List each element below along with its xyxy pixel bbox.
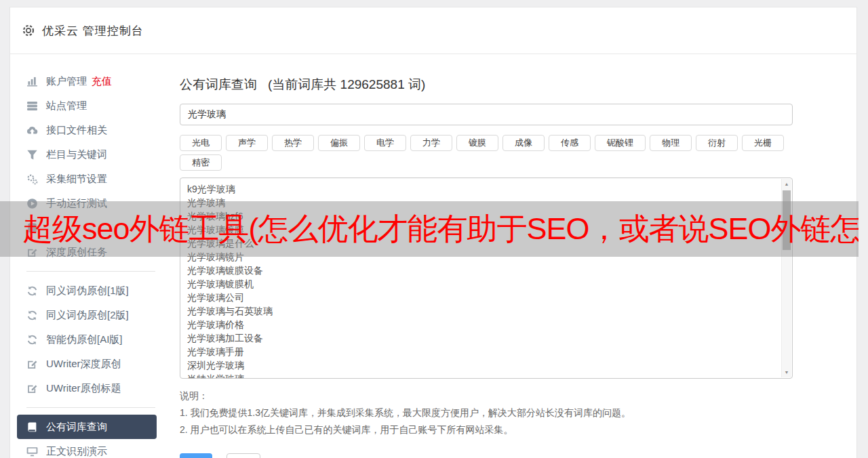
result-item[interactable]: 光学玻璃镀膜机 (187, 277, 778, 291)
result-item[interactable]: 光学玻璃加工设备 (187, 331, 778, 345)
notes-title: 说明： (180, 388, 793, 404)
result-item[interactable]: 肖特光学玻璃 (187, 372, 778, 379)
sidebar-item-label: 采集细节设置 (46, 173, 107, 186)
result-item[interactable]: 光学玻璃镀膜 (187, 223, 778, 236)
sidebar-item-同义词伪原创-1版-[interactable]: 同义词伪原创[1版] (10, 278, 170, 303)
refresh-icon (26, 334, 39, 346)
notes-section: 说明： 1. 我们免费提供1.3亿关键词库，并集成到采集系统，最大限度方便用户，… (180, 388, 793, 438)
edit-icon (26, 383, 39, 394)
sidebar-item-label: 正文识别演示 (46, 445, 107, 458)
sidebar-item-label: 账户管理 (46, 75, 87, 88)
sidebar-item-label: 深度原创任务 (46, 246, 107, 259)
sidebar-item-站点管理[interactable]: 站点管理 (10, 93, 170, 118)
tag-button-精密[interactable]: 精密 (180, 154, 222, 171)
sidebar-item-深度原创任务[interactable]: 深度原创任务 (10, 240, 170, 264)
page-title: 公有词库查询 (180, 77, 257, 91)
sidebar-item-label: 栏目与关键词 (46, 148, 107, 161)
sidebar-item-账户管理[interactable]: 账户管理充值 (10, 69, 170, 93)
sidebar-item-栏目与关键词[interactable]: 栏目与关键词 (10, 142, 170, 167)
sidebar-item-label: UWriter深度原创 (46, 358, 121, 371)
sidebar-item-label: 站点管理 (46, 100, 87, 112)
recharge-badge[interactable]: 充值 (92, 75, 112, 88)
clear-button[interactable]: 清空 (226, 453, 260, 458)
sidebar-item-label: 公有词库查询 (46, 421, 107, 434)
edit-icon (26, 247, 39, 258)
sidebar-item-手动运行测试[interactable]: 手动运行测试 (10, 191, 170, 215)
query-button[interactable]: 查询 (180, 453, 212, 458)
sidebar-item-label: 智能伪原创[AI版] (46, 333, 123, 346)
tag-button-声学[interactable]: 声学 (226, 135, 268, 151)
sidebar-item-公有词库查询[interactable]: 公有词库查询 (17, 415, 157, 439)
play-icon (26, 198, 39, 209)
tag-button-物理[interactable]: 物理 (650, 135, 692, 151)
result-item[interactable]: 光学玻璃公司 (187, 291, 778, 304)
result-item[interactable]: 光学玻璃hzf6 (187, 209, 778, 223)
scrollbar-up-icon[interactable]: ▲ (782, 179, 791, 189)
scrollbar-thumb[interactable] (783, 190, 791, 250)
tag-button-光电[interactable]: 光电 (180, 135, 222, 151)
page-subtitle: (当前词库共 129625881 词) (268, 77, 425, 91)
result-item[interactable]: 光学玻璃是什么 (187, 236, 778, 250)
book-icon (26, 421, 39, 433)
sidebar-item-UWriter深度原创[interactable]: UWriter深度原创 (10, 352, 170, 376)
tag-button-镀膜[interactable]: 镀膜 (456, 135, 498, 151)
result-item[interactable]: 光学玻璃镀膜设备 (187, 264, 778, 277)
gears-icon (26, 173, 39, 185)
result-item[interactable]: 光学玻璃镜片 (187, 250, 778, 264)
sidebar-item-label: 同义词伪原创[2版] (46, 309, 129, 322)
app-header: 优采云 管理控制台 (10, 7, 856, 54)
tag-row: 光电声学热学偏振电学力学镀膜成像传感铌酸锂物理衍射光栅精密 (180, 135, 793, 171)
note-line: 1. 我们免费提供1.3亿关键词库，并集成到采集系统，最大限度方便用户，解决大部… (180, 404, 793, 421)
app-title: 优采云 管理控制台 (42, 23, 144, 39)
tag-button-传感[interactable]: 传感 (549, 135, 591, 151)
tag-button-偏振[interactable]: 偏振 (318, 135, 360, 151)
result-item[interactable]: 光学玻璃 (187, 196, 778, 209)
result-item[interactable]: 光学玻璃与石英玻璃 (187, 304, 778, 318)
server-icon (26, 100, 39, 112)
scrollbar-down-icon[interactable]: ▼ (782, 367, 791, 377)
sidebar-item-obscured[interactable] (10, 215, 170, 240)
listbox-scrollbar[interactable]: ▲ ▼ (781, 179, 791, 377)
gear-icon (22, 24, 35, 37)
cloud-upload-icon (26, 125, 39, 136)
tag-button-电学[interactable]: 电学 (364, 135, 406, 151)
tag-button-热学[interactable]: 热学 (272, 135, 314, 151)
database-icon (26, 222, 39, 234)
sidebar-item-智能伪原创-AI版-[interactable]: 智能伪原创[AI版] (10, 327, 170, 352)
note-line: 2. 用户也可以在系统上传自己已有的关键词库，用于自己账号下所有网站采集。 (180, 421, 793, 438)
result-item[interactable]: 光学玻璃手册 (187, 345, 778, 358)
monitor-icon (26, 446, 39, 457)
sidebar: 账户管理充值站点管理接口文件相关栏目与关键词采集细节设置手动运行测试深度原创任务… (10, 54, 170, 458)
page-title-row: 公有词库查询(当前词库共 129625881 词) (180, 76, 793, 93)
result-item[interactable]: k9光学玻璃 (187, 182, 778, 196)
tag-button-成像[interactable]: 成像 (502, 135, 545, 151)
result-item[interactable]: 深圳光学玻璃 (187, 358, 778, 372)
sidebar-item-label: 接口文件相关 (46, 124, 107, 137)
tag-button-铌酸锂[interactable]: 铌酸锂 (595, 135, 646, 151)
tag-button-衍射[interactable]: 衍射 (696, 135, 738, 151)
funnel-icon (26, 149, 39, 161)
sidebar-divider (26, 271, 155, 272)
sidebar-item-label: UWriter原创标题 (46, 382, 121, 395)
edit-icon (26, 358, 39, 370)
sidebar-item-正文识别演示[interactable]: 正文识别演示 (10, 439, 170, 458)
sidebar-item-label: 同义词伪原创[1版] (46, 285, 129, 297)
sidebar-divider (26, 407, 155, 408)
tag-button-光栅[interactable]: 光栅 (742, 135, 784, 151)
sidebar-item-UWriter原创标题[interactable]: UWriter原创标题 (10, 376, 170, 400)
refresh-icon (26, 310, 39, 321)
console-card: 优采云 管理控制台 账户管理充值站点管理接口文件相关栏目与关键词采集细节设置手动… (9, 7, 857, 458)
sidebar-item-采集细节设置[interactable]: 采集细节设置 (10, 167, 170, 191)
main-panel: 公有词库查询(当前词库共 129625881 词) 光电声学热学偏振电学力学镀膜… (170, 54, 856, 458)
result-item[interactable]: 光学玻璃价格 (187, 318, 778, 331)
results-listbox[interactable]: k9光学玻璃光学玻璃光学玻璃hzf6光学玻璃镀膜光学玻璃是什么光学玻璃镜片光学玻… (180, 178, 793, 379)
sidebar-item-同义词伪原创-2版-[interactable]: 同义词伪原创[2版] (10, 303, 170, 327)
button-row: 查询 清空 (180, 453, 793, 458)
bar-chart-icon (26, 76, 39, 87)
sidebar-item-label: 手动运行测试 (46, 197, 107, 210)
tag-button-力学[interactable]: 力学 (410, 135, 452, 151)
refresh-icon (26, 285, 39, 297)
keyword-input[interactable] (180, 104, 793, 125)
sidebar-item-接口文件相关[interactable]: 接口文件相关 (10, 118, 170, 142)
